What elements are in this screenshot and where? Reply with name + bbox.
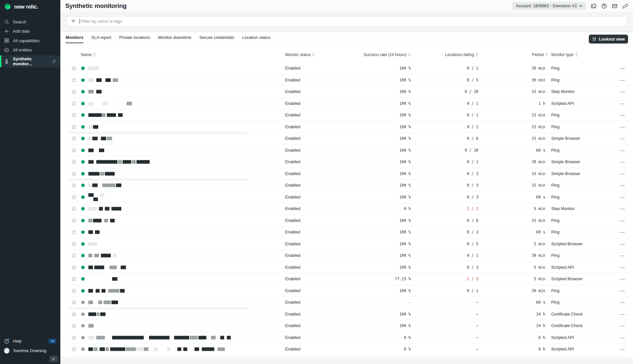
row-actions-button[interactable]: ··· — [617, 77, 628, 82]
table-row[interactable]: Enabled100 %0 / 2060 sPing··· — [66, 145, 631, 157]
row-actions-button[interactable]: ··· — [617, 206, 628, 211]
favorite-star-icon[interactable] — [71, 265, 76, 270]
table-row[interactable]: Enabled100 %0 / 130 minPing··· — [66, 250, 631, 262]
row-actions-button[interactable]: ··· — [617, 124, 628, 129]
table-row[interactable]: Enabled100 %0 / 35 minScripted API··· — [66, 262, 631, 274]
table-row[interactable]: Enabled100 %0 / 260 sPing··· — [66, 227, 631, 238]
filter-box[interactable] — [67, 16, 627, 26]
row-actions-button[interactable]: ··· — [617, 136, 628, 141]
account-picker[interactable]: Account: 1606862 - Demotron V2 — [512, 2, 586, 10]
table-row[interactable]: Enabled100 %0 / 2015 minStep Monitor··· — [66, 86, 631, 98]
row-actions-button[interactable]: ··· — [617, 253, 628, 258]
sidebar-item-search[interactable]: Search — [0, 17, 60, 27]
table-row[interactable]: Enabled100 %0 / 115 minPing··· — [66, 109, 631, 121]
row-actions-button[interactable]: ··· — [617, 288, 628, 293]
favorite-star-icon[interactable] — [71, 253, 76, 258]
favorite-star-icon[interactable] — [71, 159, 76, 165]
row-actions-button[interactable]: ··· — [617, 323, 628, 328]
filter-input[interactable] — [81, 19, 623, 24]
tab-private-locations[interactable]: Private locations — [119, 32, 150, 43]
lookout-view-button[interactable]: Lookout view — [589, 35, 628, 44]
link-icon[interactable] — [622, 3, 628, 9]
favorite-star-icon[interactable] — [71, 300, 76, 305]
column-header-success-rate-24-hours[interactable]: Success rate (24 hours) — [336, 52, 411, 57]
pin-icon[interactable] — [52, 59, 56, 64]
terminal-icon[interactable] — [591, 3, 596, 9]
favorite-star-icon[interactable] — [71, 288, 76, 293]
tab-location-status[interactable]: Location status — [242, 32, 270, 43]
row-actions-button[interactable]: ··· — [617, 241, 628, 246]
favorite-star-icon[interactable] — [71, 347, 76, 352]
favorite-star-icon[interactable] — [71, 136, 76, 141]
help-circle-icon[interactable] — [601, 3, 607, 9]
tab-monitors[interactable]: Monitors — [66, 32, 83, 43]
row-actions-button[interactable]: ··· — [617, 265, 628, 270]
column-header-locations-failing[interactable]: Locations failing — [415, 52, 478, 57]
row-actions-button[interactable]: ··· — [617, 113, 628, 118]
sidebar-item-all-capabilities[interactable]: All capabilities — [0, 36, 60, 46]
favorite-star-icon[interactable] — [71, 183, 76, 188]
help-menu-item[interactable]: Help 70 — [0, 336, 60, 346]
row-actions-button[interactable]: ··· — [617, 230, 628, 235]
table-row[interactable]: Enabled-–60 sPing··· — [66, 297, 631, 309]
table-row[interactable]: Enabled100 %0 / 615 minPing··· — [66, 215, 631, 227]
table-row[interactable]: Enabled100 %0 / 130 minSimple Browser··· — [66, 156, 631, 168]
row-actions-button[interactable]: ··· — [617, 277, 628, 282]
row-actions-button[interactable]: ··· — [617, 160, 628, 165]
column-header-period[interactable]: Period — [489, 52, 548, 57]
table-row[interactable]: Enabled100 %0 / 215 minPing··· — [66, 121, 631, 133]
row-actions-button[interactable]: ··· — [617, 89, 628, 94]
sidebar-item-all-entities[interactable]: All entities — [0, 46, 60, 55]
table-row[interactable]: Enabled100 %0 / 230 minPing··· — [66, 63, 631, 75]
favorite-star-icon[interactable] — [71, 89, 76, 94]
favorite-star-icon[interactable] — [71, 101, 76, 106]
table-row[interactable]: Enabled100 %0 / 315 minPing··· — [66, 180, 631, 192]
favorite-star-icon[interactable] — [71, 218, 76, 223]
row-actions-button[interactable]: ··· — [617, 183, 628, 188]
favorite-star-icon[interactable] — [71, 312, 76, 317]
user-menu-item[interactable]: Sammie Downing — [0, 346, 60, 355]
table-row[interactable]: Enabled0 %–6 hScripted API··· — [66, 344, 631, 355]
table-row[interactable]: Enabled100 %–24 hCertificate Check··· — [66, 320, 631, 332]
row-actions-button[interactable]: ··· — [617, 101, 628, 106]
favorite-star-icon[interactable] — [71, 206, 76, 211]
table-row[interactable]: Enabled100 %0 / 315 minSimple Browser··· — [66, 168, 631, 180]
mail-icon[interactable] — [612, 3, 618, 9]
column-header-monitor-status[interactable]: Monitor status — [285, 52, 315, 57]
sidebar-item-synthetic-monitor[interactable]: Synthetic monitor... — [0, 55, 60, 67]
favorite-star-icon[interactable] — [71, 195, 76, 200]
table-row[interactable]: Enabled100 %0 / 530 minPing··· — [66, 75, 631, 86]
favorite-star-icon[interactable] — [71, 171, 76, 176]
favorite-star-icon[interactable] — [71, 77, 76, 83]
favorite-star-icon[interactable] — [71, 124, 76, 130]
row-actions-button[interactable]: ··· — [617, 300, 628, 305]
table-row[interactable]: Enabled100 %0 / 360 sPing··· — [66, 192, 631, 203]
favorite-star-icon[interactable] — [71, 276, 76, 282]
row-actions-button[interactable]: ··· — [617, 148, 628, 153]
favorite-star-icon[interactable] — [71, 229, 76, 235]
table-row[interactable]: Enabled0 %2 / 25 minStep Monitor··· — [66, 203, 631, 215]
row-actions-button[interactable]: ··· — [617, 171, 628, 176]
row-actions-button[interactable]: ··· — [617, 195, 628, 199]
column-header-monitor-type[interactable]: Monitor type — [551, 52, 578, 57]
favorite-star-icon[interactable] — [71, 66, 76, 71]
favorite-star-icon[interactable] — [71, 323, 76, 328]
row-actions-button[interactable]: ··· — [617, 218, 628, 223]
favorite-star-icon[interactable] — [71, 335, 76, 340]
favorite-star-icon[interactable] — [71, 241, 76, 247]
table-row[interactable]: Enabled100 %–24 hCertificate Check··· — [66, 309, 631, 320]
favorite-star-icon[interactable] — [71, 112, 76, 118]
table-row[interactable]: Enabled100 %0 / 11 hScripted API··· — [66, 98, 631, 110]
table-row[interactable]: Enabled100 %0 / 55 minScripted Browser··… — [66, 238, 631, 250]
tab-sla-report[interactable]: SLA report — [91, 32, 111, 43]
table-row[interactable]: Enabled100 %0 / 130 minPing··· — [66, 285, 631, 297]
row-actions-button[interactable]: ··· — [617, 347, 628, 352]
row-actions-button[interactable]: ··· — [617, 335, 628, 340]
collapse-sidebar-button[interactable] — [49, 356, 58, 362]
table-row[interactable]: Enabled100 %0 / 615 minSimple Browser··· — [66, 133, 631, 145]
favorite-star-icon[interactable] — [71, 148, 76, 153]
sidebar-item-add-data[interactable]: Add data — [0, 27, 60, 36]
column-header-name[interactable]: Name — [81, 52, 96, 57]
table-row[interactable]: Enabled77.23 %1 / 35 minScripted Browser… — [66, 273, 631, 285]
table-row[interactable]: Enabled0 %–6 hScripted API··· — [66, 332, 631, 344]
